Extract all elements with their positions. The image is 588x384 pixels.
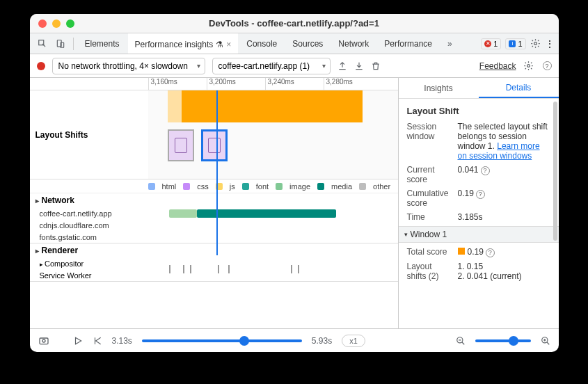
window-1-header[interactable]: Window 1 bbox=[399, 226, 559, 243]
playback-footer: 3.13s 5.93s x1 bbox=[30, 328, 559, 352]
tab-network[interactable]: Network bbox=[331, 33, 376, 54]
layout-shifts-track: Layout Shifts bbox=[30, 90, 398, 179]
tab-details[interactable]: Details bbox=[479, 78, 559, 98]
kebab-menu-icon[interactable]: ⋮ bbox=[545, 38, 555, 49]
panel-body: 3,160ms 3,200ms 3,240ms 3,280ms Layout S… bbox=[30, 78, 559, 328]
help-icon[interactable]: ? bbox=[481, 166, 490, 175]
network-legend: html css js font image media other bbox=[30, 179, 398, 193]
renderer-section-head[interactable]: Renderer bbox=[30, 243, 398, 257]
side-tabs: Insights Details bbox=[399, 78, 559, 99]
network-section-head[interactable]: Network bbox=[30, 193, 398, 207]
tabs-overflow-icon[interactable]: » bbox=[440, 33, 459, 54]
svg-point-4 bbox=[527, 65, 530, 67]
titlebar: DevTools - coffee-cart.netlify.app/?ad=1 bbox=[30, 14, 559, 33]
zoom-slider[interactable] bbox=[475, 339, 531, 342]
score-color-swatch bbox=[458, 248, 465, 255]
insights-toolbar: No network throttling, 4× slowdown coffe… bbox=[30, 54, 559, 78]
zoom-in-icon[interactable] bbox=[541, 336, 550, 346]
svg-point-6 bbox=[42, 339, 45, 342]
error-count-badge[interactable]: ✕1 bbox=[481, 38, 501, 49]
tab-sources[interactable]: Sources bbox=[285, 33, 330, 54]
window-title: DevTools - coffee-cart.netlify.app/?ad=1 bbox=[30, 18, 559, 29]
shift-thumbnail-1[interactable] bbox=[168, 129, 194, 161]
speed-button[interactable]: x1 bbox=[342, 335, 365, 347]
sidebar-scrollbar[interactable] bbox=[553, 102, 557, 241]
play-icon[interactable] bbox=[73, 336, 83, 346]
renderer-row-service-worker[interactable]: Service Worker bbox=[30, 269, 398, 281]
delete-icon[interactable] bbox=[371, 61, 381, 71]
network-row-1[interactable]: cdnjs.cloudflare.com bbox=[30, 219, 398, 231]
details-content: Layout Shift Session window The selected… bbox=[399, 99, 559, 292]
layout-shifts-viz[interactable] bbox=[148, 90, 398, 179]
renderer-row-compositor[interactable]: ▸ Compositor bbox=[30, 257, 398, 269]
help-icon[interactable]: ? bbox=[476, 190, 485, 199]
panel-settings-icon[interactable] bbox=[523, 61, 534, 71]
playhead[interactable] bbox=[216, 90, 218, 255]
devtools-window: DevTools - coffee-cart.netlify.app/?ad=1… bbox=[30, 14, 559, 352]
details-sidebar: Insights Details Layout Shift Session wi… bbox=[399, 78, 559, 328]
end-time: 5.93s bbox=[312, 336, 332, 346]
svg-rect-5 bbox=[40, 338, 48, 344]
network-row-0[interactable]: coffee-cart.netlify.app bbox=[30, 207, 398, 219]
device-toggle-icon[interactable] bbox=[52, 35, 69, 52]
zoom-out-icon[interactable] bbox=[456, 336, 466, 346]
timeline-main: 3,160ms 3,200ms 3,240ms 3,280ms Layout S… bbox=[30, 78, 399, 328]
devtools-tabbar: Elements Performance insights ⚗ × Consol… bbox=[30, 33, 559, 54]
tab-performance-insights[interactable]: Performance insights ⚗ × bbox=[128, 33, 239, 54]
tab-elements[interactable]: Elements bbox=[78, 33, 127, 54]
network-row-2[interactable]: fonts.gstatic.com bbox=[30, 231, 398, 243]
throttling-select[interactable]: No network throttling, 4× slowdown bbox=[52, 58, 205, 74]
record-button[interactable] bbox=[37, 62, 45, 70]
tab-console[interactable]: Console bbox=[239, 33, 284, 54]
details-heading: Layout Shift bbox=[407, 106, 550, 116]
svg-point-3 bbox=[534, 42, 537, 45]
network-section: Network coffee-cart.netlify.app cdnjs.cl… bbox=[30, 193, 398, 243]
tab-insights[interactable]: Insights bbox=[399, 78, 479, 98]
help-icon[interactable]: ? bbox=[486, 248, 495, 257]
close-window-button[interactable] bbox=[38, 19, 47, 28]
tab-performance[interactable]: Performance bbox=[377, 33, 439, 54]
shift-thumbnail-2-selected[interactable] bbox=[201, 129, 228, 161]
feedback-link[interactable]: Feedback bbox=[479, 61, 516, 71]
close-tab-icon[interactable]: × bbox=[226, 40, 231, 49]
info-count-badge[interactable]: i1 bbox=[505, 38, 525, 49]
layout-shifts-label: Layout Shifts bbox=[30, 90, 148, 179]
timeline-scrubber[interactable] bbox=[142, 339, 302, 342]
import-icon[interactable] bbox=[354, 61, 364, 71]
time-ruler: 3,160ms 3,200ms 3,240ms 3,280ms bbox=[30, 78, 398, 90]
target-select[interactable]: coffee-cart.netlify.app (1) bbox=[212, 58, 331, 74]
start-time: 3.13s bbox=[112, 336, 132, 346]
traffic-lights bbox=[38, 19, 74, 28]
rewind-icon[interactable] bbox=[93, 336, 102, 346]
export-icon[interactable] bbox=[337, 61, 347, 71]
settings-icon[interactable] bbox=[530, 38, 541, 49]
maximize-window-button[interactable] bbox=[66, 19, 74, 28]
help-icon[interactable]: ? bbox=[543, 61, 552, 70]
minimize-window-button[interactable] bbox=[52, 19, 61, 28]
renderer-section: Renderer ▸ Compositor Service Worker bbox=[30, 243, 398, 282]
inspect-icon[interactable] bbox=[34, 35, 51, 52]
experiment-icon: ⚗ bbox=[216, 40, 223, 49]
screenshot-toggle-icon[interactable] bbox=[38, 335, 49, 346]
